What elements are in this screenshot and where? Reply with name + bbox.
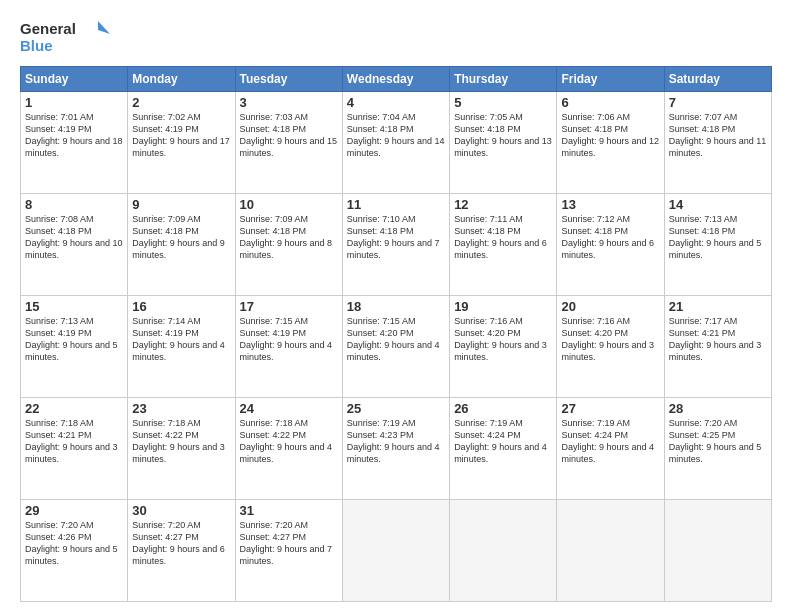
- cell-info: Sunrise: 7:04 AMSunset: 4:18 PMDaylight:…: [347, 111, 445, 160]
- day-number: 9: [132, 197, 230, 212]
- col-header-monday: Monday: [128, 67, 235, 92]
- logo: General Blue: [20, 16, 110, 56]
- calendar-cell: [342, 500, 449, 602]
- cell-info: Sunrise: 7:03 AMSunset: 4:18 PMDaylight:…: [240, 111, 338, 160]
- cell-info: Sunrise: 7:20 AMSunset: 4:25 PMDaylight:…: [669, 417, 767, 466]
- cell-info: Sunrise: 7:05 AMSunset: 4:18 PMDaylight:…: [454, 111, 552, 160]
- calendar-cell: 18Sunrise: 7:15 AMSunset: 4:20 PMDayligh…: [342, 296, 449, 398]
- day-number: 14: [669, 197, 767, 212]
- calendar-cell: 8Sunrise: 7:08 AMSunset: 4:18 PMDaylight…: [21, 194, 128, 296]
- day-number: 11: [347, 197, 445, 212]
- calendar-week-1: 1Sunrise: 7:01 AMSunset: 4:19 PMDaylight…: [21, 92, 772, 194]
- calendar-cell: 24Sunrise: 7:18 AMSunset: 4:22 PMDayligh…: [235, 398, 342, 500]
- day-number: 30: [132, 503, 230, 518]
- calendar-cell: 10Sunrise: 7:09 AMSunset: 4:18 PMDayligh…: [235, 194, 342, 296]
- cell-info: Sunrise: 7:15 AMSunset: 4:19 PMDaylight:…: [240, 315, 338, 364]
- svg-text:General: General: [20, 20, 76, 37]
- calendar-week-4: 22Sunrise: 7:18 AMSunset: 4:21 PMDayligh…: [21, 398, 772, 500]
- day-number: 5: [454, 95, 552, 110]
- calendar-cell: 19Sunrise: 7:16 AMSunset: 4:20 PMDayligh…: [450, 296, 557, 398]
- cell-info: Sunrise: 7:08 AMSunset: 4:18 PMDaylight:…: [25, 213, 123, 262]
- cell-info: Sunrise: 7:19 AMSunset: 4:24 PMDaylight:…: [561, 417, 659, 466]
- calendar-cell: 20Sunrise: 7:16 AMSunset: 4:20 PMDayligh…: [557, 296, 664, 398]
- day-number: 25: [347, 401, 445, 416]
- calendar-cell: 28Sunrise: 7:20 AMSunset: 4:25 PMDayligh…: [664, 398, 771, 500]
- cell-info: Sunrise: 7:02 AMSunset: 4:19 PMDaylight:…: [132, 111, 230, 160]
- day-number: 4: [347, 95, 445, 110]
- calendar-cell: 4Sunrise: 7:04 AMSunset: 4:18 PMDaylight…: [342, 92, 449, 194]
- calendar-cell: 22Sunrise: 7:18 AMSunset: 4:21 PMDayligh…: [21, 398, 128, 500]
- calendar-week-3: 15Sunrise: 7:13 AMSunset: 4:19 PMDayligh…: [21, 296, 772, 398]
- cell-info: Sunrise: 7:20 AMSunset: 4:27 PMDaylight:…: [240, 519, 338, 568]
- day-number: 10: [240, 197, 338, 212]
- day-number: 3: [240, 95, 338, 110]
- day-number: 19: [454, 299, 552, 314]
- day-number: 17: [240, 299, 338, 314]
- day-number: 28: [669, 401, 767, 416]
- col-header-tuesday: Tuesday: [235, 67, 342, 92]
- day-number: 26: [454, 401, 552, 416]
- cell-info: Sunrise: 7:17 AMSunset: 4:21 PMDaylight:…: [669, 315, 767, 364]
- cell-info: Sunrise: 7:19 AMSunset: 4:23 PMDaylight:…: [347, 417, 445, 466]
- day-number: 13: [561, 197, 659, 212]
- cell-info: Sunrise: 7:01 AMSunset: 4:19 PMDaylight:…: [25, 111, 123, 160]
- calendar-cell: 9Sunrise: 7:09 AMSunset: 4:18 PMDaylight…: [128, 194, 235, 296]
- cell-info: Sunrise: 7:20 AMSunset: 4:26 PMDaylight:…: [25, 519, 123, 568]
- cell-info: Sunrise: 7:15 AMSunset: 4:20 PMDaylight:…: [347, 315, 445, 364]
- day-number: 27: [561, 401, 659, 416]
- cell-info: Sunrise: 7:20 AMSunset: 4:27 PMDaylight:…: [132, 519, 230, 568]
- cell-info: Sunrise: 7:12 AMSunset: 4:18 PMDaylight:…: [561, 213, 659, 262]
- calendar-cell: [557, 500, 664, 602]
- cell-info: Sunrise: 7:11 AMSunset: 4:18 PMDaylight:…: [454, 213, 552, 262]
- calendar-cell: 21Sunrise: 7:17 AMSunset: 4:21 PMDayligh…: [664, 296, 771, 398]
- calendar-week-2: 8Sunrise: 7:08 AMSunset: 4:18 PMDaylight…: [21, 194, 772, 296]
- cell-info: Sunrise: 7:18 AMSunset: 4:21 PMDaylight:…: [25, 417, 123, 466]
- calendar-cell: 27Sunrise: 7:19 AMSunset: 4:24 PMDayligh…: [557, 398, 664, 500]
- calendar-cell: 12Sunrise: 7:11 AMSunset: 4:18 PMDayligh…: [450, 194, 557, 296]
- cell-info: Sunrise: 7:13 AMSunset: 4:18 PMDaylight:…: [669, 213, 767, 262]
- calendar-cell: 3Sunrise: 7:03 AMSunset: 4:18 PMDaylight…: [235, 92, 342, 194]
- cell-info: Sunrise: 7:10 AMSunset: 4:18 PMDaylight:…: [347, 213, 445, 262]
- cell-info: Sunrise: 7:16 AMSunset: 4:20 PMDaylight:…: [454, 315, 552, 364]
- day-number: 22: [25, 401, 123, 416]
- day-number: 24: [240, 401, 338, 416]
- cell-info: Sunrise: 7:06 AMSunset: 4:18 PMDaylight:…: [561, 111, 659, 160]
- day-number: 1: [25, 95, 123, 110]
- col-header-wednesday: Wednesday: [342, 67, 449, 92]
- header: General Blue: [20, 16, 772, 56]
- calendar-cell: 26Sunrise: 7:19 AMSunset: 4:24 PMDayligh…: [450, 398, 557, 500]
- calendar-cell: 11Sunrise: 7:10 AMSunset: 4:18 PMDayligh…: [342, 194, 449, 296]
- day-number: 18: [347, 299, 445, 314]
- cell-info: Sunrise: 7:18 AMSunset: 4:22 PMDaylight:…: [240, 417, 338, 466]
- calendar-cell: 23Sunrise: 7:18 AMSunset: 4:22 PMDayligh…: [128, 398, 235, 500]
- day-number: 6: [561, 95, 659, 110]
- calendar-cell: 14Sunrise: 7:13 AMSunset: 4:18 PMDayligh…: [664, 194, 771, 296]
- calendar-cell: 15Sunrise: 7:13 AMSunset: 4:19 PMDayligh…: [21, 296, 128, 398]
- day-number: 7: [669, 95, 767, 110]
- day-number: 23: [132, 401, 230, 416]
- calendar-cell: 16Sunrise: 7:14 AMSunset: 4:19 PMDayligh…: [128, 296, 235, 398]
- calendar-cell: 7Sunrise: 7:07 AMSunset: 4:18 PMDaylight…: [664, 92, 771, 194]
- day-number: 15: [25, 299, 123, 314]
- cell-info: Sunrise: 7:19 AMSunset: 4:24 PMDaylight:…: [454, 417, 552, 466]
- calendar-cell: 31Sunrise: 7:20 AMSunset: 4:27 PMDayligh…: [235, 500, 342, 602]
- day-number: 16: [132, 299, 230, 314]
- day-number: 31: [240, 503, 338, 518]
- cell-info: Sunrise: 7:14 AMSunset: 4:19 PMDaylight:…: [132, 315, 230, 364]
- calendar-cell: [450, 500, 557, 602]
- calendar-cell: 25Sunrise: 7:19 AMSunset: 4:23 PMDayligh…: [342, 398, 449, 500]
- calendar-cell: 30Sunrise: 7:20 AMSunset: 4:27 PMDayligh…: [128, 500, 235, 602]
- cell-info: Sunrise: 7:09 AMSunset: 4:18 PMDaylight:…: [132, 213, 230, 262]
- page: General Blue SundayMondayTuesdayWednesda…: [0, 0, 792, 612]
- col-header-friday: Friday: [557, 67, 664, 92]
- col-header-sunday: Sunday: [21, 67, 128, 92]
- day-number: 2: [132, 95, 230, 110]
- day-number: 29: [25, 503, 123, 518]
- calendar-cell: 2Sunrise: 7:02 AMSunset: 4:19 PMDaylight…: [128, 92, 235, 194]
- day-number: 21: [669, 299, 767, 314]
- calendar-cell: 17Sunrise: 7:15 AMSunset: 4:19 PMDayligh…: [235, 296, 342, 398]
- col-header-saturday: Saturday: [664, 67, 771, 92]
- calendar-cell: 1Sunrise: 7:01 AMSunset: 4:19 PMDaylight…: [21, 92, 128, 194]
- col-header-thursday: Thursday: [450, 67, 557, 92]
- cell-info: Sunrise: 7:09 AMSunset: 4:18 PMDaylight:…: [240, 213, 338, 262]
